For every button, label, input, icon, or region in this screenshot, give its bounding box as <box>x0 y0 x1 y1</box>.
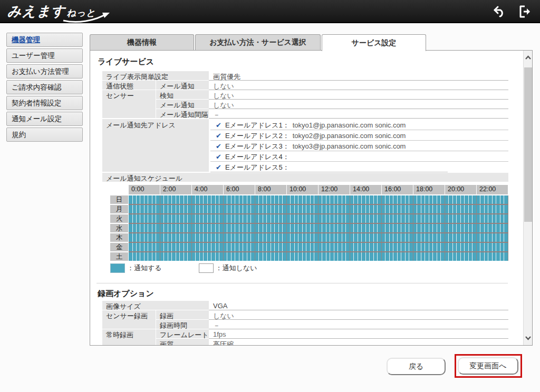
sidebar-item-device-mgmt[interactable]: 機器管理 <box>6 33 83 47</box>
sidebar-item-payment-mgmt[interactable]: お支払い方法管理 <box>6 64 83 79</box>
day-label-wed: 水 <box>110 224 128 232</box>
row-sublabel-mail-notify: メール通知 <box>156 81 209 90</box>
day-label-tue: 火 <box>110 214 128 223</box>
row-value-quality: 高圧縮 <box>209 339 508 346</box>
scroll-up-icon[interactable] <box>525 54 532 61</box>
time-header-cell: 18:00 <box>413 185 445 194</box>
mail-address-row: ✔Eメールアドレス2：tokyo2@jp.panasonic.com sonic… <box>210 130 508 141</box>
check-icon: ✔ <box>216 121 221 129</box>
check-icon: ✔ <box>216 153 221 161</box>
row-value-sensor-mail: しない <box>209 100 508 109</box>
row-value-live-display: 画質優先 <box>209 71 508 81</box>
sidebar-item-terms[interactable]: 規約 <box>6 128 83 142</box>
day-label-mon: 月 <box>110 205 128 213</box>
change-screen-button[interactable]: 変更画面へ <box>458 357 518 375</box>
legend-off-swatch <box>199 263 214 273</box>
check-icon: ✔ <box>216 142 221 150</box>
row-value-framerate: 1fps <box>209 329 508 339</box>
row-label-constant-rec: 常時録画 <box>102 329 156 346</box>
mail-address-name: Eメールアドレス2： <box>225 132 290 140</box>
time-header-cell: 2:00 <box>160 185 191 194</box>
time-header-cell: 10:00 <box>287 185 318 194</box>
sidebar-item-contractor-settings[interactable]: 契約者情報設定 <box>6 96 83 110</box>
mail-address-name: Eメールアドレス5： <box>225 163 290 171</box>
time-header-cell: 0:00 <box>129 185 160 194</box>
row-label-comm-status: 通信状態 <box>102 81 156 90</box>
row-sublabel-detect: 検知 <box>156 90 209 100</box>
day-label-fri: 金 <box>110 243 128 251</box>
row-value-detect: しない <box>209 90 508 100</box>
logo-text-main: みえます <box>7 2 65 21</box>
mail-address-row: ✔Eメールアドレス5： <box>210 162 448 172</box>
scroll-down-icon[interactable] <box>525 335 532 341</box>
mail-address-value: tokyo1@jp.panasonic.com sonic.com <box>293 121 406 129</box>
logo-swoosh-icon <box>62 12 111 23</box>
schedule-row-bar <box>129 252 508 261</box>
mail-address-name: Eメールアドレス3： <box>225 142 290 150</box>
row-sublabel-rec: 録画 <box>156 310 209 320</box>
tab-payment-service[interactable]: お支払い方法・サービス選択 <box>195 34 321 51</box>
row-value-image-size: VGA <box>209 301 508 310</box>
row-value-mail-interval: － <box>209 109 508 119</box>
mail-address-name: Eメールアドレス4： <box>225 153 290 161</box>
back-icon[interactable] <box>493 5 506 18</box>
schedule-row-bar <box>129 214 508 223</box>
mail-address-name: Eメールアドレス1： <box>225 121 290 129</box>
tab-service-settings[interactable]: サービス設定 <box>322 34 426 51</box>
schedule-row-bar <box>129 233 508 242</box>
day-label-sat: 土 <box>110 252 128 261</box>
row-sublabel-framerate: フレームレート <box>156 329 209 339</box>
check-icon: ✔ <box>216 132 221 140</box>
mail-address-value: tokyo3@jp.panasonic.com sonic.com <box>293 142 406 150</box>
scrollbar-thumb[interactable] <box>524 67 532 222</box>
mail-address-row: ✔Eメールアドレス4： <box>210 151 508 162</box>
legend-on-label: ：通知する <box>127 263 162 273</box>
row-label-sensor: センサー <box>102 90 156 119</box>
schedule-row-bar <box>129 195 508 204</box>
schedule-row-bar <box>129 243 508 251</box>
row-value-rec-time: － <box>209 320 508 329</box>
tab-bar: 機器情報 お支払い方法・サービス選択 サービス設定 <box>90 34 427 51</box>
row-sublabel-rec-time: 録画時間 <box>156 320 209 329</box>
schedule-row-bar <box>129 205 508 213</box>
schedule-legend: ：通知する ：通知しない <box>110 263 257 273</box>
row-label-mail-schedule: メール通知スケジュール <box>102 173 508 182</box>
row-value-mail-notify: しない <box>209 81 508 90</box>
row-label-image-size: 画像サイズ <box>102 301 209 310</box>
day-label-thu: 木 <box>110 233 128 242</box>
check-icon: ✔ <box>216 163 221 171</box>
time-header-cell: 4:00 <box>192 185 223 194</box>
time-header-cell: 14:00 <box>350 185 381 194</box>
sidebar-item-billing-check[interactable]: ご請求内容確認 <box>6 80 83 94</box>
schedule-row-bar <box>129 224 508 232</box>
row-sublabel-quality: 画質 <box>156 339 209 346</box>
time-header-cell: 8:00 <box>255 185 286 194</box>
legend-on-swatch <box>110 263 125 273</box>
recording-options-title: 録画オプション <box>98 289 154 299</box>
row-label-sensor-rec: センサー録画 <box>102 310 156 329</box>
tab-device-info[interactable]: 機器情報 <box>90 34 194 51</box>
section-divider <box>97 283 508 283</box>
schedule-grid: 0:00 2:00 4:00 6:00 8:00 10:00 12:00 14:… <box>90 185 512 264</box>
mail-address-row: ✔Eメールアドレス3：tokyo3@jp.panasonic.com sonic… <box>210 141 508 151</box>
time-header-cell: 16:00 <box>382 185 413 194</box>
mail-address-row: ✔Eメールアドレス1：tokyo1@jp.panasonic.com sonic… <box>210 120 508 130</box>
time-header-cell: 6:00 <box>224 185 255 194</box>
day-label-sun: 日 <box>110 195 128 204</box>
live-service-title: ライブサービス <box>98 57 154 67</box>
sidebar: 機器管理 ユーザー管理 お支払い方法管理 ご請求内容確認 契約者情報設定 通知メ… <box>6 33 83 143</box>
panel-scrollbar[interactable] <box>523 51 532 345</box>
logout-icon[interactable] <box>518 5 532 18</box>
row-sublabel-sensor-mail: メール通知 <box>156 100 209 109</box>
time-header-cell: 22:00 <box>477 185 508 194</box>
service-settings-panel: ライブサービス ライブ表示簡単設定 画質優先 通信状態 メール通知 しない セン… <box>90 50 533 346</box>
row-label-mail-addresses: メール通知先アドレス <box>102 119 209 172</box>
time-header-cell: 20:00 <box>445 185 476 194</box>
back-button[interactable]: 戻る <box>387 358 446 375</box>
mail-address-value: tokyo2@jp.panasonic.com sonic.com <box>293 132 406 140</box>
row-value-rec: しない <box>209 310 508 320</box>
app-header: みえます ねっと <box>0 0 540 23</box>
sidebar-item-notification-mail[interactable]: 通知メール設定 <box>6 112 83 126</box>
legend-off-label: ：通知しない <box>216 263 257 273</box>
sidebar-item-user-mgmt[interactable]: ユーザー管理 <box>6 48 83 63</box>
